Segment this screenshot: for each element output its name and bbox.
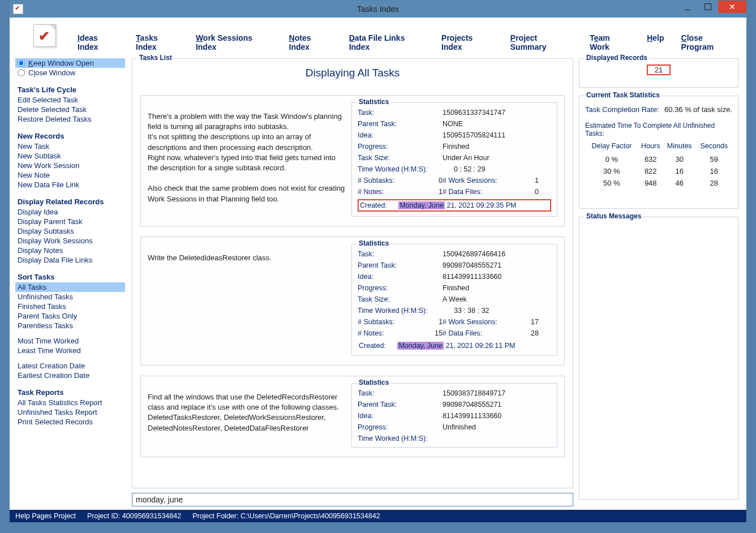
sidebar-item[interactable]: New Task	[15, 141, 125, 151]
created-row: Created: Monday, June 21, 2021 09:29:35 …	[358, 199, 551, 212]
tasks-list-fieldset: Tasks List Displaying All Tasks There's …	[132, 58, 573, 488]
menu-help[interactable]: Help	[647, 33, 664, 51]
sidebar-item[interactable]: Least Time Worked	[15, 346, 125, 355]
estimate-row: 50 %9484628	[585, 177, 732, 189]
status-bar: Help Pages Project Project ID: 400956931…	[10, 510, 746, 522]
status-messages-panel: Status Messages	[579, 217, 738, 500]
task-stats-grid: Task:1509631337341747Parent Task:NONEIde…	[358, 109, 551, 173]
sidebar: Keep Window Open Close Window Task's Lif…	[15, 58, 125, 427]
task-description: Write the DeletedIdeasRestorer class.	[148, 253, 346, 356]
sidebar-item[interactable]: Display Parent Task	[15, 217, 125, 226]
window-title: Tasks Index	[10, 5, 746, 14]
current-task-stats-panel: Current Task Statistics Task Completion …	[579, 96, 738, 209]
section-new-records: New Records	[15, 132, 125, 140]
sidebar-item[interactable]: Latest Creation Date	[15, 361, 125, 371]
task-description: There's a problem with the way the Task …	[148, 111, 346, 217]
tasks-list-legend: Tasks List	[137, 54, 174, 62]
sidebar-item[interactable]: All Tasks Statistics Report	[15, 398, 125, 407]
sidebar-item[interactable]: All Tasks	[15, 282, 125, 292]
content-area: Ideas Index Tasks Index Work Sessions In…	[10, 18, 746, 522]
menu-ideas-index[interactable]: Ideas Index	[78, 33, 119, 51]
radio-keep-window-open[interactable]: Keep Window Open	[15, 58, 125, 68]
estimate-row: 30 %8221616	[585, 165, 732, 177]
minimize-button[interactable]	[677, 1, 698, 13]
sidebar-item[interactable]: Display Notes	[15, 246, 125, 255]
side-list-new-records: New TaskNew SubtaskNew Work SessionNew N…	[15, 141, 125, 190]
completion-label: Task Completion Rate:	[585, 105, 659, 114]
sidebar-item[interactable]: New Data File Link	[15, 180, 125, 190]
app-logo-icon	[33, 24, 56, 47]
sidebar-item[interactable]: New Note	[15, 170, 125, 180]
task-stats-fieldset: StatisticsTask:1509383718849717Parent Ta…	[351, 383, 557, 448]
menu-team-work[interactable]: Team Work	[590, 33, 630, 51]
sidebar-item[interactable]: Delete Selected Task	[15, 105, 125, 114]
side-list-reports: All Tasks Statistics ReportUnfinished Ta…	[15, 398, 125, 427]
title-bar[interactable]: Tasks Index	[10, 1, 746, 18]
task-stats-legend: Statistics	[356, 379, 391, 386]
sidebar-item[interactable]: Display Idea	[15, 207, 125, 217]
close-button[interactable]	[718, 1, 746, 13]
sidebar-item[interactable]: Parentless Tasks	[15, 321, 125, 330]
side-list-sort: All TasksUnfinished TasksFinished TasksP…	[15, 282, 125, 380]
menu-work-sessions-index[interactable]: Work Sessions Index	[196, 33, 272, 51]
menu-data-file-links-index[interactable]: Data File Links Index	[349, 33, 424, 51]
sidebar-item[interactable]: Display Subtasks	[15, 226, 125, 236]
app-window: Tasks Index Ideas Index Tasks Index Work…	[9, 0, 747, 522]
status-help-label[interactable]: Help Pages Project	[15, 512, 76, 520]
menu-tasks-index[interactable]: Tasks Index	[136, 33, 179, 51]
sidebar-item[interactable]: Unfinished Tasks	[15, 292, 125, 302]
side-list-display-related: Display IdeaDisplay Parent TaskDisplay S…	[15, 207, 125, 265]
side-list-life-cycle: Edit Selected TaskDelete Selected TaskRe…	[15, 95, 125, 124]
task-card[interactable]: There's a problem with the way the Task …	[140, 95, 565, 226]
sidebar-item[interactable]: Display Work Sessions	[15, 236, 125, 246]
section-display-related: Display Related Records	[15, 197, 125, 206]
sidebar-item[interactable]: Display Data File Links	[15, 255, 125, 265]
status-messages-legend: Status Messages	[584, 212, 643, 220]
section-sort-tasks: Sort Tasks	[15, 273, 125, 281]
tasks-scroll[interactable]: There's a problem with the way the Task …	[138, 92, 567, 481]
radio-close-window[interactable]: Close Window	[15, 68, 125, 78]
sidebar-item[interactable]: Print Selected Records	[15, 417, 125, 427]
status-project-folder: Project Folder: C:\Users\Darren\Projects…	[192, 512, 380, 520]
sidebar-item[interactable]: Parent Tasks Only	[15, 311, 125, 321]
task-stats-fieldset: StatisticsTask:1509426897466416Parent Ta…	[351, 244, 557, 356]
menu-notes-index[interactable]: Notes Index	[289, 33, 332, 51]
menu-projects-index[interactable]: Projects Index	[441, 33, 493, 51]
estimate-title: Estimated Time To Complete All Unfinishe…	[585, 122, 732, 137]
displayed-records-panel: Displayed Records 21	[579, 58, 738, 88]
task-stats-grid: Task:1509426897466416Parent Task:9909870…	[358, 250, 551, 315]
menu-project-summary[interactable]: Project Summary	[510, 33, 573, 51]
task-stats-legend: Statistics	[356, 239, 391, 247]
status-project-id: Project ID: 400956931534842	[87, 512, 181, 520]
estimate-row: 0 %6323059	[585, 153, 732, 165]
sidebar-item[interactable]: Earliest Creation Date	[15, 371, 125, 380]
task-card[interactable]: Write the DeletedIdeasRestorer class.Sta…	[140, 237, 565, 366]
menu-bar: Ideas Index Tasks Index Work Sessions In…	[78, 33, 735, 51]
task-description: Find all the windows that use the Delete…	[148, 392, 346, 448]
sidebar-item[interactable]: Restore Deleted Tasks	[15, 114, 125, 124]
estimate-table: Delay FactorHoursMinutesSeconds 0 %63230…	[585, 142, 732, 189]
section-life-cycle: Task's Life Cycle	[15, 85, 125, 94]
right-sidebar: Displayed Records 21 Current Task Statis…	[579, 58, 738, 508]
sidebar-item[interactable]: Most Time Worked	[15, 336, 125, 346]
menu-close-program[interactable]: Close Program	[681, 33, 735, 51]
section-task-reports: Task Reports	[15, 388, 125, 397]
current-task-stats-legend: Current Task Statistics	[584, 91, 662, 99]
created-row: Created: Monday, June 21, 2021 09:26:11 …	[358, 341, 551, 351]
completion-value: 60.36 % of task size.	[664, 105, 732, 114]
task-stats-fieldset: StatisticsTask:1509631337341747Parent Ta…	[351, 102, 557, 217]
sidebar-item[interactable]: New Subtask	[15, 151, 125, 161]
task-stats-grid: Task:1509383718849717Parent Task:9909870…	[358, 389, 551, 442]
sidebar-item[interactable]: Edit Selected Task	[15, 95, 125, 105]
tasks-list-header: Displaying All Tasks	[132, 62, 573, 81]
task-stats-legend: Statistics	[356, 98, 391, 106]
displayed-records-count: 21	[647, 65, 671, 75]
sidebar-item[interactable]: Unfinished Tasks Report	[15, 407, 125, 417]
main-area: Tasks List Displaying All Tasks There's …	[132, 58, 573, 505]
maximize-button[interactable]	[698, 1, 718, 13]
sidebar-item[interactable]: Finished Tasks	[15, 302, 125, 311]
task-card[interactable]: Find all the windows that use the Delete…	[140, 376, 565, 457]
displayed-records-legend: Displayed Records	[584, 54, 650, 62]
search-input[interactable]	[132, 493, 573, 506]
sidebar-item[interactable]: New Work Session	[15, 161, 125, 170]
